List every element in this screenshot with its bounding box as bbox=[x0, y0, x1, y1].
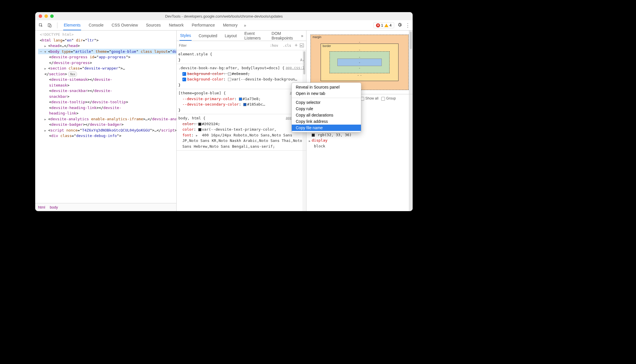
maximize-icon[interactable] bbox=[50, 14, 54, 18]
elements-panel: <!DOCTYPE html><html lang="en" dir="ltr"… bbox=[35, 31, 177, 211]
context-menu: Reveal in Sources panelOpen in new tabCo… bbox=[291, 82, 361, 132]
styles-panel: StylesComputedLayoutEvent ListenersDOM B… bbox=[177, 31, 306, 211]
breadcrumb-item[interactable]: body bbox=[50, 205, 58, 209]
computed-sidebar-icon[interactable]: ▸| bbox=[300, 44, 304, 47]
tab-elements[interactable]: Elements bbox=[63, 20, 81, 30]
tab-css-overview[interactable]: CSS Overview bbox=[111, 20, 139, 30]
warning-count: 4 bbox=[390, 23, 392, 27]
styles-tabs: StylesComputedLayoutEvent ListenersDOM B… bbox=[177, 31, 306, 41]
property-checkbox[interactable] bbox=[182, 72, 186, 76]
breadcrumb-item[interactable]: html bbox=[38, 205, 45, 209]
device-toggle-icon[interactable] bbox=[46, 22, 53, 29]
separator bbox=[57, 22, 57, 28]
warning-icon bbox=[384, 24, 388, 27]
window-title: DevTools - developers.google.com/web/too… bbox=[35, 14, 413, 18]
svg-rect-2 bbox=[50, 25, 51, 27]
style-rule[interactable]: element.style {}Aₐ bbox=[177, 50, 306, 64]
tab-network[interactable]: Network bbox=[168, 20, 184, 30]
menu-item-copy-rule[interactable]: Copy rule bbox=[292, 106, 361, 112]
styles-tab-styles[interactable]: Styles bbox=[179, 31, 192, 41]
more-tabs-icon[interactable]: » bbox=[244, 23, 246, 28]
style-rule[interactable]: app.css[theme=google-blue] {--devsite-pr… bbox=[177, 89, 306, 114]
border-label: border bbox=[323, 44, 331, 48]
minimize-icon[interactable] bbox=[44, 14, 48, 18]
titlebar: DevTools - developers.google.com/web/too… bbox=[35, 12, 413, 20]
styles-tab-computed[interactable]: Computed bbox=[198, 31, 218, 40]
styles-tab-layout[interactable]: Layout bbox=[224, 31, 237, 40]
menu-item-copy-link-address[interactable]: Copy link address bbox=[292, 118, 361, 125]
menu-item-copy-file-name[interactable]: Copy file name bbox=[292, 125, 361, 131]
hov-toggle[interactable]: :hov bbox=[269, 43, 279, 48]
error-warning-badge[interactable]: ✕ 1 4 bbox=[373, 22, 394, 28]
kebab-menu-icon[interactable]: ⋮ bbox=[405, 22, 410, 29]
settings-icon[interactable] bbox=[397, 22, 402, 28]
tab-memory[interactable]: Memory bbox=[222, 20, 238, 30]
cls-toggle[interactable]: .cls bbox=[282, 43, 292, 48]
traffic-lights bbox=[39, 14, 54, 18]
close-icon[interactable] bbox=[39, 14, 42, 18]
tab-performance[interactable]: Performance bbox=[191, 20, 215, 30]
error-icon: ✕ bbox=[376, 23, 380, 27]
tab-console[interactable]: Console bbox=[88, 20, 104, 30]
tab-sources[interactable]: Sources bbox=[145, 20, 161, 30]
breadcrumb: htmlbody bbox=[35, 203, 176, 211]
more-tabs-icon[interactable]: » bbox=[301, 33, 303, 38]
menu-item-copy-all-declarations[interactable]: Copy all declarations bbox=[292, 112, 361, 118]
dom-tree[interactable]: <!DOCTYPE html><html lang="en" dir="ltr"… bbox=[35, 31, 176, 203]
styles-filter-input[interactable] bbox=[179, 44, 266, 48]
style-rule[interactable]: app.css:1.devsite-book-nav-bg:after, bod… bbox=[177, 64, 306, 89]
style-rule[interactable]: app.css:1body, html {color: #202124;colo… bbox=[177, 114, 306, 151]
source-link[interactable]: app.css:1 bbox=[286, 65, 304, 70]
styles-body[interactable]: element.style {}Aₐapp.css:1.devsite-book… bbox=[177, 50, 306, 211]
menu-item-open-in-new-tab[interactable]: Open in new tab bbox=[292, 90, 361, 97]
font-icon[interactable]: Aₐ bbox=[300, 57, 304, 63]
styles-filter-row: :hov .cls + ▸| bbox=[177, 41, 306, 50]
new-rule-icon[interactable]: + bbox=[295, 42, 298, 48]
inspect-icon[interactable] bbox=[38, 22, 44, 29]
computed-property[interactable]: ▶displayblock bbox=[309, 138, 410, 149]
menu-item-copy-selector[interactable]: Copy selector bbox=[292, 99, 361, 106]
margin-label: margin bbox=[313, 35, 321, 39]
main-tabs: ElementsConsoleCSS OverviewSourcesNetwor… bbox=[63, 20, 238, 30]
main-toolbar: ElementsConsoleCSS OverviewSourcesNetwor… bbox=[35, 20, 413, 31]
menu-item-reveal-in-sources-panel[interactable]: Reveal in Sources panel bbox=[292, 84, 361, 90]
error-count: 1 bbox=[381, 23, 383, 27]
group-checkbox[interactable] bbox=[381, 97, 385, 101]
property-checkbox[interactable] bbox=[182, 78, 186, 81]
menu-separator bbox=[292, 98, 361, 98]
